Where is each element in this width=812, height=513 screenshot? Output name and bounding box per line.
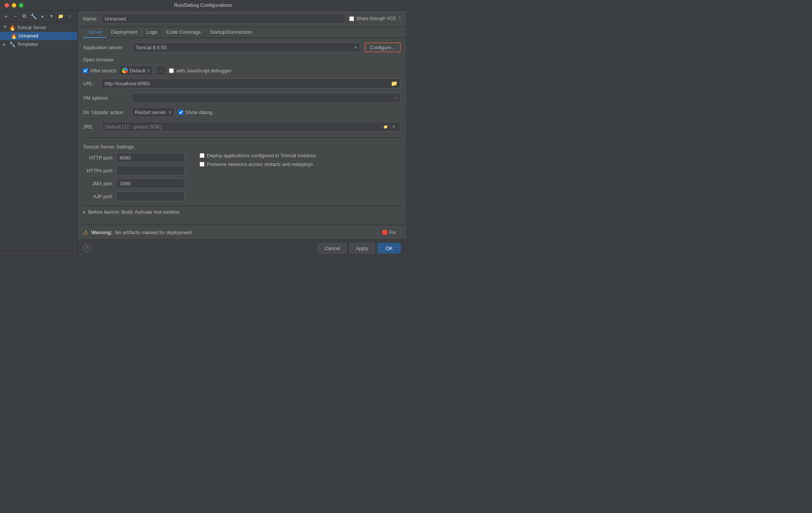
minimize-button[interactable] [12, 3, 16, 8]
warning-bold: Warning: [91, 230, 112, 235]
after-launch-checkbox[interactable] [83, 68, 88, 73]
sort-button[interactable]: ↕ [66, 13, 73, 20]
before-launch-text: Before launch: Build, Activate tool wind… [88, 209, 180, 215]
tab-logs[interactable]: Logs [142, 27, 162, 38]
url-label: URL: [83, 81, 98, 86]
http-port-input[interactable] [116, 153, 184, 163]
help-button[interactable]: ? [83, 244, 91, 252]
sidebar-item-tomcat-server[interactable]: ▶ 🔥 Tomcat Server [0, 23, 77, 32]
preserve-sessions-checkbox[interactable] [200, 162, 205, 167]
title-bar: Run/Debug Configurations [0, 0, 406, 11]
fix-button[interactable]: 🔴 Fix [377, 227, 401, 237]
apply-button[interactable]: Apply [350, 243, 375, 253]
close-button[interactable] [5, 3, 9, 8]
jre-dropdown-button[interactable]: ▼ [390, 125, 397, 129]
port-fields-left: HTTP port: HTTPs port: JMX port: AJ [83, 153, 184, 201]
tab-startup-connection[interactable]: Startup/Connection [205, 27, 256, 38]
sidebar-bottom [0, 250, 77, 256]
browser-select[interactable]: Default ▼ [119, 66, 153, 75]
jre-input[interactable]: Default (12 - project SDK) 📁 ▼ [102, 122, 401, 131]
sidebar-item-label: Templates [17, 42, 38, 47]
show-dialog-text: Show dialog [186, 109, 212, 115]
preserve-sessions-label[interactable]: Preserve sessions across restarts and re… [200, 161, 316, 167]
after-launch-text: After launch [90, 68, 116, 74]
before-launch-section: ▶ Before launch: Build, Activate tool wi… [83, 206, 401, 215]
open-browser-section: Open browser After launch Default ▼ ··· [83, 57, 401, 88]
cancel-button[interactable]: Cancel [318, 243, 346, 253]
templates-icon: 🔧 [9, 41, 16, 47]
before-launch-title[interactable]: ▶ Before launch: Build, Activate tool wi… [83, 209, 401, 215]
tomcat-icon: 🔥 [9, 25, 16, 31]
jmx-port-input[interactable] [116, 178, 184, 188]
jre-right-controls: 📁 ▼ [381, 125, 397, 129]
js-debugger-checkbox[interactable] [169, 68, 174, 73]
sidebar-item-templates[interactable]: ▶ 🔧 Templates [0, 40, 77, 48]
sidebar-item-unnamed[interactable]: 🔥 Unnamed [0, 32, 77, 40]
expand-icon[interactable]: ⤢ [394, 95, 397, 100]
help-icon: ? [398, 16, 401, 21]
https-port-input[interactable] [116, 166, 184, 175]
tomcat-settings-section: Tomcat Server Settings HTTP port: HTTPs … [83, 144, 401, 201]
browser-row: After launch Default ▼ ··· with JavaScri… [83, 66, 401, 75]
tab-server[interactable]: Server [83, 27, 106, 38]
warning-message: No artifacts marked for deployment [115, 230, 192, 235]
js-debugger-label[interactable]: with JavaScript debugger [169, 68, 231, 74]
app-server-label: Application server: [83, 45, 128, 50]
copy-config-button[interactable]: ⧉ [20, 13, 28, 20]
name-row: Name: Share through VCS ? [78, 11, 406, 27]
tomcat-child-icon: 🔥 [11, 33, 17, 39]
fix-label: Fix [389, 230, 396, 235]
jre-folder-button[interactable]: 📁 [381, 125, 389, 129]
deploy-apps-text: Deploy applications configured in Tomcat… [207, 153, 316, 158]
show-dialog-checkbox[interactable] [178, 110, 183, 115]
port-fields-right: Deploy applications configured in Tomcat… [200, 153, 316, 201]
window-controls[interactable] [5, 3, 23, 8]
action-buttons: Cancel Apply OK [318, 243, 401, 253]
update-action-dropdown[interactable]: Restart server ▼ [132, 107, 175, 117]
vcs-area: Share through VCS ? [349, 16, 401, 21]
deploy-apps-checkbox[interactable] [200, 153, 205, 158]
fix-red-icon: 🔴 [382, 230, 388, 235]
update-action-arrow-icon: ▼ [168, 110, 172, 114]
name-input[interactable] [101, 14, 345, 23]
show-dialog-label[interactable]: Show dialog [178, 109, 212, 115]
jre-value: Default (12 - project SDK) [105, 124, 162, 130]
ajp-port-row: AJP port: [83, 191, 184, 201]
browser-name: Default [130, 68, 145, 74]
http-port-row: HTTP port: [83, 153, 184, 163]
expand-arrow-icon: ▶ [3, 42, 8, 47]
separator [83, 138, 401, 138]
move-down-button[interactable]: ▼ [48, 13, 55, 20]
http-port-label: HTTP port: [83, 155, 113, 161]
jmx-port-label: JMX port: [83, 181, 113, 186]
ajp-port-input[interactable] [116, 191, 184, 201]
configure-button[interactable]: Configure... [365, 42, 401, 52]
sidebar: + − ⧉ 🔧 ▲ ▼ 📁 ↕ ▶ 🔥 Tomcat Server 🔥 Unna… [0, 11, 78, 256]
vm-options-input[interactable]: ⤢ [132, 93, 401, 103]
share-vcs-checkbox[interactable] [349, 16, 354, 21]
ok-button[interactable]: OK [378, 243, 401, 253]
expand-arrow-icon: ▶ [3, 25, 8, 30]
remove-config-button[interactable]: − [11, 13, 19, 20]
three-dots-button[interactable]: ··· [156, 66, 166, 75]
add-config-button[interactable]: + [2, 13, 10, 20]
settings-button[interactable]: 🔧 [30, 13, 37, 20]
server-panel: Application server: Tomcat 8.5.50 ▼ Conf… [78, 38, 406, 225]
warning-bar: ⚠ Warning: No artifacts marked for deplo… [78, 225, 406, 239]
before-launch-arrow-icon: ▶ [83, 210, 86, 214]
app-server-dropdown[interactable]: Tomcat 8.5.50 ▼ [132, 42, 361, 52]
vm-options-label: VM options: [83, 95, 128, 101]
app-server-value: Tomcat 8.5.50 [136, 45, 167, 50]
app-server-row: Application server: Tomcat 8.5.50 ▼ Conf… [83, 42, 401, 52]
move-up-button[interactable]: ▲ [39, 13, 46, 20]
maximize-button[interactable] [19, 3, 23, 8]
jre-row: JRE: Default (12 - project SDK) 📁 ▼ [83, 122, 401, 131]
deploy-apps-label[interactable]: Deploy applications configured in Tomcat… [200, 153, 316, 158]
tab-deployment[interactable]: Deployment [106, 27, 142, 38]
browser-dropdown-arrow-icon: ▼ [147, 69, 151, 73]
folder-button[interactable]: 📁 [57, 13, 64, 20]
name-label: Name: [83, 16, 97, 22]
tab-code-coverage[interactable]: Code Coverage [162, 27, 205, 38]
after-launch-label[interactable]: After launch [83, 68, 116, 74]
url-row: URL: http://localhost:8090/ 📁 [83, 78, 401, 88]
